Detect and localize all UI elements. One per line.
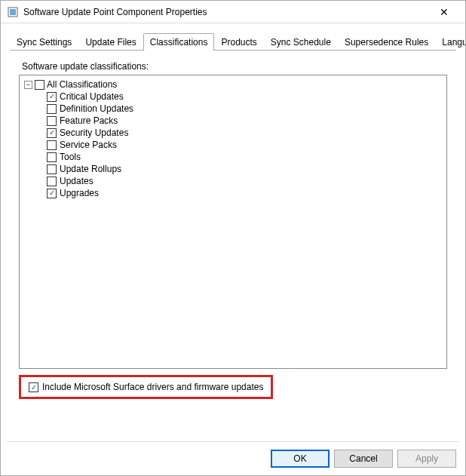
checkbox-updates[interactable] bbox=[47, 177, 57, 186]
classifications-tree: − All Classifications Critical Updates D… bbox=[19, 75, 447, 369]
tree-item: Tools bbox=[47, 151, 442, 163]
tree-collapse-icon[interactable]: − bbox=[24, 81, 32, 89]
window-title: Software Update Point Component Properti… bbox=[23, 7, 429, 17]
tab-products[interactable]: Products bbox=[214, 33, 263, 51]
svg-rect-1 bbox=[10, 9, 16, 15]
tab-supersedence-rules[interactable]: Supersedence Rules bbox=[338, 33, 435, 51]
tree-item-label[interactable]: Upgrades bbox=[60, 187, 99, 199]
close-icon[interactable]: ✕ bbox=[429, 2, 459, 23]
apply-button: Apply bbox=[397, 450, 456, 468]
include-surface-label[interactable]: Include Microsoft Surface drivers and fi… bbox=[42, 382, 263, 392]
tree-item: Updates bbox=[47, 175, 442, 187]
tree-item-label[interactable]: Definition Updates bbox=[60, 103, 133, 115]
checkbox-upgrades[interactable] bbox=[47, 189, 57, 198]
dialog-buttons: OK Cancel Apply bbox=[271, 450, 456, 468]
app-icon bbox=[7, 6, 19, 18]
checkbox-all-classifications[interactable] bbox=[35, 80, 44, 90]
section-label: Software update classifications: bbox=[19, 61, 447, 72]
tab-row: Sync Settings Update Files Classificatio… bbox=[10, 32, 456, 51]
tree-item: Update Rollups bbox=[47, 163, 442, 175]
tab-update-files[interactable]: Update Files bbox=[78, 33, 143, 51]
separator bbox=[7, 441, 459, 442]
tree-item-label[interactable]: Feature Packs bbox=[60, 115, 118, 127]
ok-button[interactable]: OK bbox=[271, 450, 330, 468]
tab-classifications[interactable]: Classifications bbox=[143, 33, 215, 51]
tree-item-label[interactable]: Security Updates bbox=[60, 127, 128, 139]
tree-item: Service Packs bbox=[47, 139, 442, 151]
tree-children: Critical Updates Definition Updates Feat… bbox=[47, 91, 442, 199]
tree-item-label[interactable]: Service Packs bbox=[60, 139, 117, 151]
tree-item: Upgrades bbox=[47, 187, 442, 199]
tab-sync-schedule[interactable]: Sync Schedule bbox=[264, 33, 338, 51]
checkbox-service-packs[interactable] bbox=[47, 140, 57, 150]
tree-root-label[interactable]: All Classifications bbox=[47, 78, 117, 91]
tab-container: Sync Settings Update Files Classificatio… bbox=[1, 23, 465, 405]
tab-sync-settings[interactable]: Sync Settings bbox=[10, 33, 78, 51]
tab-languages[interactable]: Languages bbox=[435, 33, 466, 51]
checkbox-feature-packs[interactable] bbox=[47, 116, 57, 126]
tree-item-label[interactable]: Updates bbox=[60, 175, 94, 187]
tree-root-row: − All Classifications bbox=[24, 78, 442, 91]
tree-item-label[interactable]: Critical Updates bbox=[60, 91, 124, 103]
checkbox-critical-updates[interactable] bbox=[47, 92, 57, 102]
tree-item: Critical Updates bbox=[47, 91, 442, 103]
cancel-button[interactable]: Cancel bbox=[334, 450, 393, 468]
checkbox-security-updates[interactable] bbox=[47, 128, 57, 138]
tree-item: Feature Packs bbox=[47, 115, 442, 127]
tree-item: Security Updates bbox=[47, 127, 442, 139]
checkbox-update-rollups[interactable] bbox=[47, 164, 57, 174]
checkbox-definition-updates[interactable] bbox=[47, 104, 57, 114]
tree-item-label[interactable]: Tools bbox=[60, 151, 81, 163]
include-surface-highlight: Include Microsoft Surface drivers and fi… bbox=[19, 375, 273, 399]
tree-item: Definition Updates bbox=[47, 103, 442, 115]
checkbox-include-surface[interactable] bbox=[29, 382, 38, 392]
titlebar: Software Update Point Component Properti… bbox=[1, 1, 465, 23]
checkbox-tools[interactable] bbox=[47, 152, 57, 162]
tab-content: Software update classifications: − All C… bbox=[10, 51, 456, 405]
tree-item-label[interactable]: Update Rollups bbox=[60, 163, 121, 175]
